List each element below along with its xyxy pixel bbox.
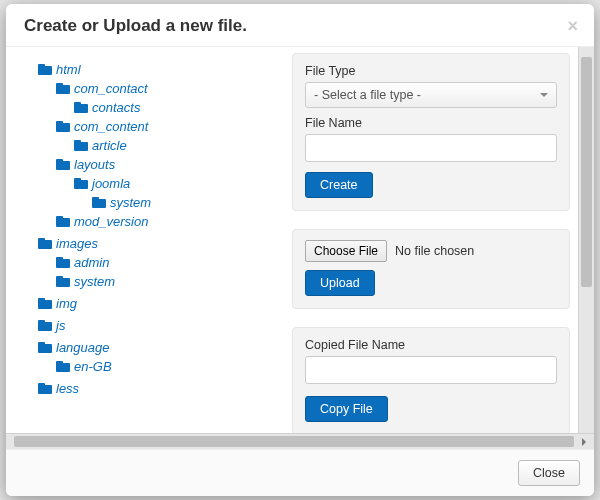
right-pane: File Type - Select a file type - File Na… <box>288 47 578 433</box>
modal-header: Create or Upload a new file. × <box>6 4 594 47</box>
modal-footer: Close <box>6 449 594 496</box>
close-icon[interactable]: × <box>567 17 578 35</box>
tree-node-language[interactable]: language en-GB <box>38 338 284 376</box>
tree-node-img[interactable]: img <box>38 294 284 313</box>
copied-file-name-input[interactable] <box>305 356 557 384</box>
folder-icon <box>56 121 70 132</box>
tree-node-images-system[interactable]: system <box>56 272 284 291</box>
file-chosen-status: No file chosen <box>395 244 474 258</box>
vertical-scrollbar-thumb[interactable] <box>581 57 592 287</box>
folder-icon <box>38 320 52 331</box>
create-button[interactable]: Create <box>305 172 373 198</box>
scroll-right-icon <box>582 438 590 446</box>
modal-body: html com_contact contacts <box>6 47 594 433</box>
close-button[interactable]: Close <box>518 460 580 486</box>
folder-icon <box>38 298 52 309</box>
modal-dialog: Create or Upload a new file. × html com_… <box>6 4 594 496</box>
folder-icon <box>74 102 88 113</box>
tree-node-article[interactable]: article <box>74 136 284 155</box>
copied-file-name-label: Copied File Name <box>305 338 557 352</box>
horizontal-scrollbar-thumb[interactable] <box>14 436 574 447</box>
tree-node-contacts[interactable]: contacts <box>74 98 284 117</box>
folder-icon <box>74 140 88 151</box>
tree-node-images[interactable]: images admin system <box>38 234 284 291</box>
folder-tree: html com_contact contacts <box>6 47 288 433</box>
folder-icon <box>38 342 52 353</box>
upload-panel: Choose File No file chosen Upload <box>292 229 570 309</box>
copy-file-button[interactable]: Copy File <box>305 396 388 422</box>
choose-file-button[interactable]: Choose File <box>305 240 387 262</box>
tree-node-html[interactable]: html com_contact contacts <box>38 60 284 231</box>
folder-icon <box>56 276 70 287</box>
folder-icon <box>92 197 106 208</box>
tree-node-mod-version[interactable]: mod_version <box>56 212 284 231</box>
file-name-label: File Name <box>305 116 557 130</box>
folder-icon <box>74 178 88 189</box>
folder-icon <box>56 83 70 94</box>
upload-button[interactable]: Upload <box>305 270 375 296</box>
folder-icon <box>56 159 70 170</box>
folder-icon <box>38 64 52 75</box>
file-name-input[interactable] <box>305 134 557 162</box>
folder-icon <box>38 238 52 249</box>
modal-title: Create or Upload a new file. <box>24 16 247 36</box>
tree-node-layouts[interactable]: layouts joomla system <box>56 155 284 212</box>
folder-icon <box>56 216 70 227</box>
folder-icon <box>56 257 70 268</box>
tree-node-less[interactable]: less <box>38 379 284 398</box>
tree-node-system[interactable]: system <box>92 193 284 212</box>
folder-icon <box>56 361 70 372</box>
tree-node-com-content[interactable]: com_content article <box>56 117 284 155</box>
folder-icon <box>38 383 52 394</box>
scroll-region: html com_contact contacts <box>6 47 578 433</box>
copy-panel: Copied File Name Copy File <box>292 327 570 433</box>
tree-node-admin[interactable]: admin <box>56 253 284 272</box>
horizontal-scrollbar[interactable] <box>6 433 594 449</box>
file-type-label: File Type <box>305 64 557 78</box>
file-type-selected: - Select a file type - <box>314 88 421 102</box>
tree-node-joomla[interactable]: joomla system <box>74 174 284 212</box>
file-type-select[interactable]: - Select a file type - <box>305 82 557 108</box>
create-panel: File Type - Select a file type - File Na… <box>292 53 570 211</box>
tree-node-com-contact[interactable]: com_contact contacts <box>56 79 284 117</box>
vertical-scrollbar[interactable] <box>578 47 594 433</box>
tree-node-js[interactable]: js <box>38 316 284 335</box>
tree-node-en-gb[interactable]: en-GB <box>56 357 284 376</box>
